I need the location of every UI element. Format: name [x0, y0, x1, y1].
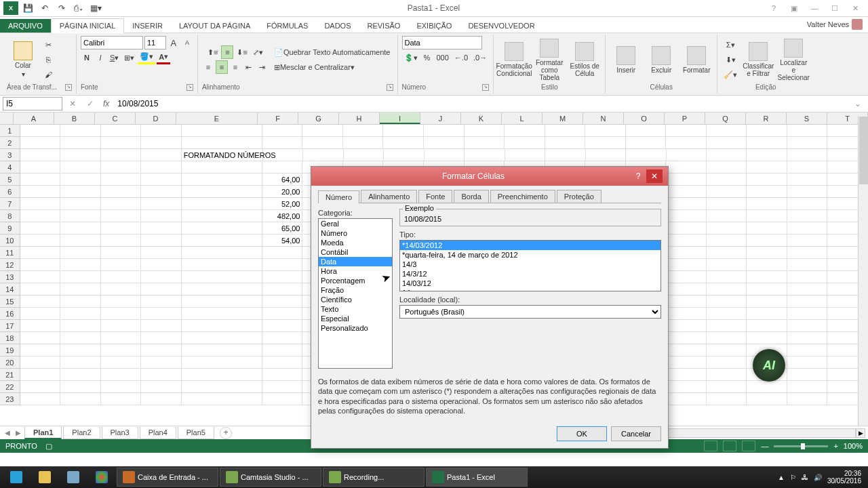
category-item[interactable]: Geral [319, 219, 392, 228]
cell-P11[interactable] [666, 247, 707, 259]
cell-P4[interactable] [666, 161, 707, 174]
cell-C10[interactable] [101, 235, 142, 247]
cell-R22[interactable] [747, 381, 787, 393]
shrink-font-icon[interactable]: A [181, 36, 193, 49]
cell-D12[interactable] [141, 259, 182, 271]
fx-icon[interactable]: fx [100, 99, 112, 108]
cell-A7[interactable] [20, 198, 61, 210]
cell-D16[interactable] [141, 308, 182, 320]
row-header-11[interactable]: 11 [0, 247, 20, 259]
cell-F14[interactable] [262, 283, 303, 296]
align-launcher[interactable] [387, 84, 393, 91]
tab-desenvolvedor[interactable]: DESENVOLVEDOR [460, 19, 542, 33]
cell-S6[interactable] [787, 186, 828, 198]
cell-C13[interactable] [101, 271, 142, 283]
cell-E1[interactable] [182, 125, 262, 137]
cell-Q2[interactable] [707, 137, 747, 149]
cell-L1[interactable] [505, 125, 545, 137]
cell-C17[interactable] [101, 320, 142, 332]
cell-N3[interactable] [586, 149, 626, 161]
cell-A20[interactable] [20, 357, 61, 369]
cell-C12[interactable] [101, 259, 142, 271]
cell-B8[interactable] [60, 210, 101, 222]
cell-C18[interactable] [101, 332, 142, 344]
cell-B12[interactable] [60, 259, 101, 271]
cell-B19[interactable] [60, 344, 101, 357]
cancel-button[interactable]: Cancelar [611, 426, 661, 441]
cell-E17[interactable] [182, 320, 262, 332]
cell-P13[interactable] [666, 271, 707, 283]
cell-R4[interactable] [747, 161, 787, 174]
cell-R14[interactable] [747, 283, 787, 296]
macro-record-icon[interactable]: ▢ [45, 442, 52, 451]
cell-A12[interactable] [20, 259, 61, 271]
cell-E21[interactable] [182, 369, 262, 381]
cell-E12[interactable] [182, 259, 262, 271]
cell-F4[interactable] [262, 161, 303, 174]
tipo-item[interactable]: 14/3 [400, 260, 660, 269]
cell-G3[interactable] [303, 149, 343, 161]
cell-D15[interactable] [141, 296, 182, 308]
taskbar-explorer-icon[interactable] [31, 468, 58, 487]
comma-icon[interactable]: 000 [435, 51, 451, 64]
cell-P3[interactable] [667, 149, 707, 161]
cell-I2[interactable] [383, 137, 424, 149]
find-select-button[interactable]: Localizar e Selecionar [777, 37, 810, 83]
cell-D11[interactable] [141, 247, 182, 259]
cell-L3[interactable] [505, 149, 545, 161]
cell-S22[interactable] [787, 381, 828, 393]
close-icon[interactable]: ✕ [846, 2, 865, 14]
cond-format-button[interactable]: Formatação Condicional [498, 41, 530, 79]
cell-S18[interactable] [787, 332, 828, 344]
cell-S4[interactable] [787, 161, 828, 174]
cell-A14[interactable] [20, 283, 61, 296]
cell-C19[interactable] [101, 344, 142, 357]
dialog-titlebar[interactable]: Formatar Células ? ✕ [311, 167, 668, 186]
cell-D18[interactable] [141, 332, 182, 344]
cell-E9[interactable] [182, 222, 262, 235]
cell-F19[interactable] [262, 344, 303, 357]
cell-P7[interactable] [666, 198, 707, 210]
cell-J2[interactable] [424, 137, 465, 149]
fill-color-icon[interactable]: 🪣▾ [138, 51, 155, 64]
cell-B14[interactable] [60, 283, 101, 296]
cell-A4[interactable] [20, 161, 61, 174]
category-item[interactable]: Texto [319, 304, 392, 314]
accept-formula-icon[interactable]: ✓ [83, 99, 98, 108]
cell-A9[interactable] [20, 222, 61, 235]
cell-C6[interactable] [101, 186, 142, 198]
sheet-nav-next[interactable]: ▶ [14, 429, 23, 436]
cell-J3[interactable] [425, 149, 465, 161]
cell-N2[interactable] [585, 137, 626, 149]
cell-S7[interactable] [787, 198, 828, 210]
cell-C2[interactable] [101, 137, 142, 149]
cell-E7[interactable] [182, 198, 262, 210]
cell-B4[interactable] [60, 161, 101, 174]
cell-A19[interactable] [20, 344, 61, 357]
inc-decimal-icon[interactable]: ←.0 [452, 51, 470, 64]
cell-Q9[interactable] [707, 222, 747, 235]
qat-more-icon[interactable]: ⎙▾ [71, 1, 86, 15]
number-launcher[interactable] [482, 84, 489, 91]
row-header-23[interactable]: 23 [0, 393, 20, 405]
row-header-10[interactable]: 10 [0, 235, 20, 247]
fill-icon[interactable]: ⬇▾ [724, 53, 738, 66]
tab-layout[interactable]: LAYOUT DA PÁGINA [171, 19, 258, 33]
cell-C1[interactable] [101, 125, 142, 137]
row-header-6[interactable]: 6 [0, 186, 20, 198]
zoom-in-icon[interactable]: + [833, 442, 837, 450]
col-header-Q[interactable]: Q [705, 113, 746, 124]
cell-Q13[interactable] [707, 271, 747, 283]
cell-C21[interactable] [101, 369, 142, 381]
expand-fbar-icon[interactable]: ⌄ [850, 99, 865, 108]
cell-A22[interactable] [20, 381, 61, 393]
cell-R9[interactable] [747, 222, 787, 235]
cell-I3[interactable] [384, 149, 424, 161]
sheet-tab-plan5[interactable]: Plan5 [178, 427, 214, 439]
dialog-tab-alinhamento[interactable]: Alinhamento [361, 190, 417, 203]
cell-E5[interactable] [182, 174, 262, 186]
col-header-E[interactable]: E [176, 113, 258, 124]
cell-A23[interactable] [20, 393, 61, 405]
maximize-icon[interactable]: ☐ [825, 2, 844, 14]
cell-C4[interactable] [101, 161, 142, 174]
